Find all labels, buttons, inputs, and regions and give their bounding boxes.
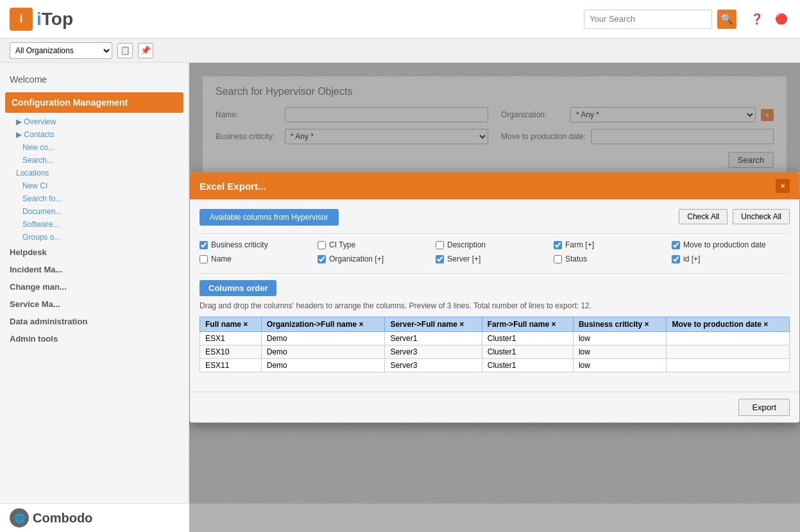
modal-body: Available columns from Hypervisor Check … — [190, 199, 799, 392]
top-search-input[interactable] — [584, 10, 712, 29]
sidebar-item-new-contact[interactable]: New co... — [0, 141, 189, 154]
modal-footer: Export — [190, 392, 799, 422]
columns-order-label: Columns order — [200, 280, 277, 296]
config-mgmt-label[interactable]: Configuration Management — [5, 92, 183, 113]
col-business-criticity[interactable]: Business criticity × — [573, 317, 667, 332]
table-row: ESX1 Demo Server1 Cluster1 low — [200, 332, 790, 345]
cb-ci-type[interactable]: CI Type — [318, 240, 436, 249]
col-full-name[interactable]: Full name × — [200, 317, 262, 332]
export-button[interactable]: Export — [738, 399, 790, 416]
logo-area: i iTop — [10, 8, 73, 31]
sidebar-group-change[interactable]: Change man... — [0, 278, 189, 295]
combodo-icon: 🌐 — [10, 508, 29, 528]
sidebar: Welcome Configuration Management ▶ Overv… — [0, 63, 189, 532]
drag-info: Drag and drop the columns' headers to ar… — [200, 301, 790, 310]
col-farm-full-name[interactable]: Farm->Full name × — [482, 317, 573, 332]
main-layout: Welcome Configuration Management ▶ Overv… — [0, 63, 800, 532]
top-search-button[interactable]: 🔍 — [717, 10, 736, 29]
sidebar-item-search-for[interactable]: Search fo... — [0, 192, 189, 205]
sidebar-group-service[interactable]: Service Ma... — [0, 295, 189, 313]
sidebar-item-new-ci[interactable]: New CI — [0, 179, 189, 192]
combodo-logo: 🌐 Combodo — [10, 508, 92, 528]
logo-text: iTop — [37, 9, 73, 29]
table-row: ESX11 Demo Server3 Cluster1 low — [200, 359, 790, 372]
modal-header: Excel Export... × — [190, 172, 799, 199]
top-bar: i iTop 🔍 ❓ 🔴 — [0, 0, 800, 38]
check-all-button[interactable]: Check All — [679, 209, 728, 224]
user-menu-button[interactable]: 🔴 — [772, 10, 790, 28]
cb-business-criticity[interactable]: Business criticity — [200, 240, 318, 249]
sidebar-item-contacts[interactable]: ▶ Contacts — [0, 128, 189, 141]
col-actions: Check All Uncheck All — [679, 209, 790, 224]
sidebar-item-software[interactable]: Software... — [0, 218, 189, 231]
table-row: ESX10 Demo Server3 Cluster1 low — [200, 345, 790, 359]
org-icon-1[interactable]: 📋 — [117, 43, 133, 58]
preview-table: Full name × Organization->Full name × Se… — [200, 317, 790, 372]
cb-organization[interactable]: Organization [+] — [318, 254, 436, 263]
sidebar-item-overview[interactable]: ▶ Overview — [0, 115, 189, 128]
modal-title: Excel Export... — [200, 181, 266, 192]
sidebar-group-admin-tools[interactable]: Admin tools — [0, 330, 189, 347]
sidebar-item-documents[interactable]: Documen... — [0, 205, 189, 218]
cb-farm[interactable]: Farm [+] — [554, 240, 672, 249]
modal-overlay: Excel Export... × Available columns from… — [189, 63, 800, 532]
available-columns-tab[interactable]: Available columns from Hypervisor — [200, 209, 339, 226]
cb-name[interactable]: Name — [200, 254, 318, 263]
top-icons: ❓ 🔴 — [748, 10, 790, 28]
cb-server[interactable]: Server [+] — [436, 254, 554, 263]
org-icon-2[interactable]: 📌 — [138, 43, 153, 58]
cb-id[interactable]: id [+] — [672, 254, 790, 263]
uncheck-all-button[interactable]: Uncheck All — [733, 209, 790, 224]
search-icon: 🔍 — [720, 13, 733, 25]
sidebar-item-search[interactable]: Search... — [0, 154, 189, 167]
sidebar-group-data-admin[interactable]: Data administration — [0, 313, 189, 330]
col-move-prod-date[interactable]: Move to production date × — [667, 317, 790, 332]
columns-grid: Business criticity CI Type Description — [200, 233, 790, 274]
sub-bar: All Organizations 📋 📌 — [0, 38, 800, 63]
cb-move-prod[interactable]: Move to production date — [672, 240, 790, 249]
col-server-full-name[interactable]: Server->Full name × — [385, 317, 482, 332]
help-button[interactable]: ❓ — [748, 10, 766, 28]
search-area: 🔍 ❓ 🔴 — [584, 10, 790, 29]
modal-close-button[interactable]: × — [776, 179, 790, 193]
welcome-label: Welcome — [0, 69, 189, 90]
excel-export-modal: Excel Export... × Available columns from… — [189, 172, 800, 423]
sidebar-item-locations[interactable]: Locations — [0, 167, 189, 179]
combodo-text: Combodo — [33, 511, 92, 526]
cb-status[interactable]: Status — [554, 254, 672, 263]
content-area: Search for Hypervisor Objects Name: Orga… — [189, 63, 800, 532]
org-select[interactable]: All Organizations — [10, 42, 112, 59]
sidebar-item-groups[interactable]: Groups o... — [0, 231, 189, 244]
logo-icon: i — [10, 8, 33, 31]
sidebar-group-incident[interactable]: Incident Ma... — [0, 261, 189, 278]
col-org-full-name[interactable]: Organization->Full name × — [261, 317, 385, 332]
sidebar-group-helpdesk[interactable]: Helpdesk — [0, 244, 189, 261]
cb-description[interactable]: Description — [436, 240, 554, 249]
